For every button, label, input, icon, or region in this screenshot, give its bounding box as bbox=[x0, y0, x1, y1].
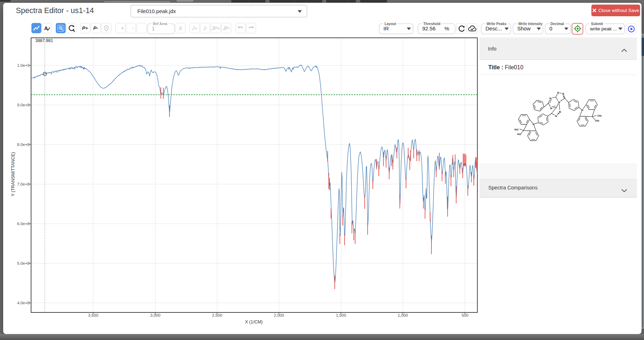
svg-text:6.0e+8: 6.0e+8 bbox=[17, 222, 30, 226]
svg-text:CH3: CH3 bbox=[595, 119, 599, 122]
svg-text:Y (TRANSMITTANCE): Y (TRANSMITTANCE) bbox=[11, 152, 16, 196]
svg-text:4.0e+8: 4.0e+8 bbox=[17, 301, 30, 305]
svg-text:1,500: 1,500 bbox=[336, 313, 346, 317]
svg-text:H3C: H3C bbox=[514, 128, 519, 131]
svg-text:CH3: CH3 bbox=[597, 115, 602, 117]
svg-text:N: N bbox=[562, 92, 564, 95]
svg-text:2,500: 2,500 bbox=[212, 313, 222, 317]
svg-text:N: N bbox=[558, 101, 560, 104]
svg-text:H3C: H3C bbox=[517, 133, 521, 135]
svg-text:9.0e+8: 9.0e+8 bbox=[17, 103, 30, 107]
svg-text:N: N bbox=[581, 109, 583, 112]
svg-text:8.0e+8: 8.0e+8 bbox=[17, 142, 30, 147]
svg-text:N: N bbox=[557, 91, 559, 94]
svg-text:2,000: 2,000 bbox=[274, 313, 284, 317]
svg-text:X (1/CM): X (1/CM) bbox=[245, 320, 263, 324]
svg-text:1.0e+9: 1.0e+9 bbox=[17, 63, 30, 68]
svg-text:1,000: 1,000 bbox=[398, 313, 408, 317]
svg-text:3,000: 3,000 bbox=[150, 313, 161, 317]
svg-text:N: N bbox=[555, 115, 557, 118]
svg-text:N: N bbox=[532, 123, 534, 126]
svg-text:3,500: 3,500 bbox=[88, 313, 99, 317]
svg-text:3887.981: 3887.981 bbox=[35, 38, 53, 43]
svg-text:N: N bbox=[550, 107, 552, 110]
svg-text:N: N bbox=[549, 97, 551, 100]
svg-text:500: 500 bbox=[461, 313, 468, 317]
svg-text:7.0e+8: 7.0e+8 bbox=[17, 182, 30, 186]
svg-text:N: N bbox=[559, 110, 561, 113]
svg-text:5.0e+8: 5.0e+8 bbox=[17, 261, 30, 265]
